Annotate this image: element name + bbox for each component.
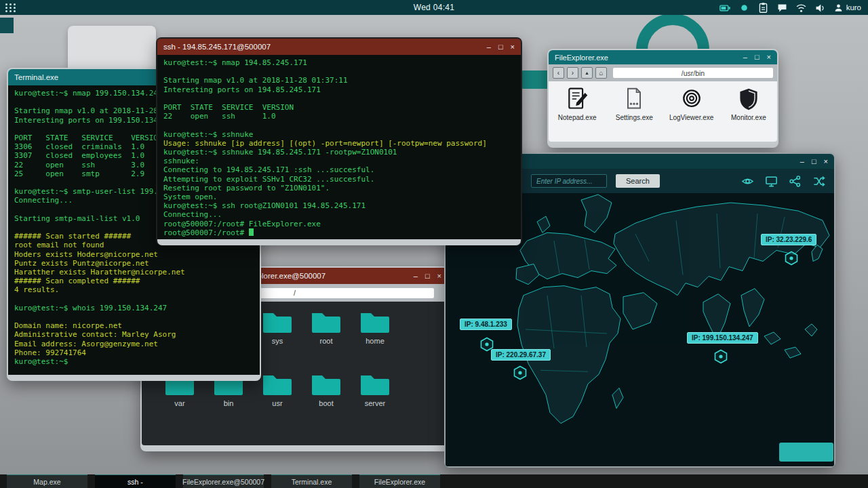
maximize-button[interactable]: □ xyxy=(498,43,503,51)
app-item-settings[interactable]: Settings.exe xyxy=(608,87,660,121)
app-item-monitor[interactable]: Monitor.exe xyxy=(723,87,774,121)
minimize-button[interactable]: – xyxy=(743,54,747,61)
maximize-button[interactable]: □ xyxy=(425,272,430,280)
folder-label: usr xyxy=(272,399,282,407)
terminal-line: kuro@test:~$ xyxy=(14,357,254,366)
status-dot-icon[interactable] xyxy=(738,2,750,14)
terminal-line: PORT STATE SERVICE VERSION xyxy=(163,103,515,112)
minimize-button[interactable]: – xyxy=(800,158,804,165)
map-tools xyxy=(741,175,825,188)
close-button[interactable]: × xyxy=(437,272,441,280)
folder-label: boot xyxy=(319,399,333,407)
terminal-cursor xyxy=(249,228,254,236)
map-ip-label[interactable]: IP: 9.48.1.233 xyxy=(460,319,512,330)
volume-icon[interactable] xyxy=(814,2,826,14)
terminal-line: Administrative contact: Marley Asorg xyxy=(14,330,254,339)
titlebar[interactable]: FileExplorer.exe –□× xyxy=(549,50,777,64)
folder-home[interactable]: home xyxy=(351,310,399,372)
map-ip-label[interactable]: IP: 199.150.134.247 xyxy=(687,332,758,344)
terminal-line: Email address: Asorg@genzyme.net xyxy=(14,340,254,348)
close-button[interactable]: × xyxy=(824,158,828,165)
search-button[interactable]: Search xyxy=(616,174,660,188)
eye-icon[interactable] xyxy=(741,175,754,188)
taskbar-item[interactable]: ssh - xyxy=(95,474,176,488)
terminal-line xyxy=(163,94,515,103)
terminal-line: Starting nmap v1.0 at 2018-11-28 01:37:1… xyxy=(163,76,515,85)
app-label: Notepad.exe xyxy=(558,114,597,121)
taskbar-item[interactable]: FileExplorer.exe xyxy=(359,474,440,488)
folder-root[interactable]: root xyxy=(302,310,351,372)
terminal-output[interactable]: kuro@test:~$ nmap 194.85.245.171 Startin… xyxy=(157,55,521,239)
window-title: FileExplorer.exe xyxy=(555,54,608,62)
maximize-button[interactable]: □ xyxy=(812,158,816,165)
app-label: Settings.exe xyxy=(616,114,653,121)
minimize-button[interactable]: – xyxy=(487,43,491,51)
terminal-line: root@500007:/root# xyxy=(163,228,515,237)
share-icon[interactable] xyxy=(789,175,802,188)
window-controls: –□× xyxy=(800,158,828,165)
taskbar-item[interactable]: Map.exe xyxy=(7,474,87,488)
terminal-line: kuro@test:~$ sshnuke xyxy=(163,130,515,139)
folder-label: home xyxy=(366,337,384,345)
app-label: LogViewer.exe xyxy=(669,114,713,121)
folder-boot[interactable]: boot xyxy=(302,372,351,434)
desktop: FileExplorer.exe@500007 –□× / sysroothom… xyxy=(0,0,868,488)
window-title: Terminal.exe xyxy=(14,73,58,81)
app-item-notepad[interactable]: Notepad.exe xyxy=(551,87,603,121)
forward-button[interactable]: › xyxy=(567,67,578,79)
user-icon xyxy=(833,3,844,13)
terminal-line: sshnuke: xyxy=(163,157,515,165)
chat-icon[interactable] xyxy=(776,2,788,14)
terminal-line xyxy=(163,121,515,129)
map-overview-button[interactable] xyxy=(779,443,833,462)
username: kuro xyxy=(846,3,861,12)
window-file-explorer-local: FileExplorer.exe –□× ‹ › ▲ ⌂ /usr/bin No… xyxy=(547,49,778,148)
back-button[interactable]: ‹ xyxy=(553,67,564,79)
folder-icon xyxy=(311,372,342,396)
map-node-icon[interactable] xyxy=(713,349,728,364)
minimize-button[interactable]: – xyxy=(414,272,418,280)
folder-label: server xyxy=(365,399,386,407)
terminal-line xyxy=(163,67,515,76)
map-node-icon[interactable] xyxy=(784,251,799,266)
clipboard-icon[interactable] xyxy=(757,2,769,14)
background-window-fragment xyxy=(0,18,14,33)
user-menu[interactable]: kuro xyxy=(833,3,861,13)
up-button[interactable]: ▲ xyxy=(581,67,593,79)
taskbar-item[interactable]: FileExplorer.exe@500007 xyxy=(183,474,264,488)
map-ip-label[interactable]: IP: 220.29.67.37 xyxy=(491,349,551,361)
home-button[interactable]: ⌂ xyxy=(595,67,607,79)
maximize-button[interactable]: □ xyxy=(755,54,760,61)
remote-desktop-icon[interactable] xyxy=(765,175,778,188)
taskbar-item[interactable]: Terminal.exe xyxy=(271,474,352,488)
window-controls: –□× xyxy=(487,43,515,51)
folder-server[interactable]: server xyxy=(351,372,399,434)
shuffle-icon[interactable] xyxy=(812,175,825,188)
terminal-line: Haratther exists Haratther@nicorpe.net xyxy=(14,268,254,277)
terminal-line: Hoders exists Hoders@nicorpe.net xyxy=(14,250,254,259)
map-node-icon[interactable] xyxy=(513,365,528,380)
close-button[interactable]: × xyxy=(767,54,771,61)
terminal-line: Attempting to exploit SSHv1 CRC32 ...suc… xyxy=(163,175,515,184)
window-controls: –□× xyxy=(743,54,771,61)
terminal-line: kuro@test:~$ sshnuke 194.85.245.171 -roo… xyxy=(163,148,515,157)
battery-icon[interactable] xyxy=(719,2,731,14)
map-ip-label[interactable]: IP: 32.23.229.6 xyxy=(761,234,816,245)
app-item-logviewer[interactable]: LogViewer.exe xyxy=(666,87,717,121)
terminal-line: kuro@test:~$ ssh root@Z1ON0101 194.85.24… xyxy=(163,201,515,210)
folder-var[interactable]: var xyxy=(155,372,204,434)
ip-search-input[interactable] xyxy=(531,174,607,188)
folder-label: bin xyxy=(224,399,234,407)
terminal-line: kuro@test:~$ whois 199.150.134.247 xyxy=(14,304,254,312)
path-field[interactable]: /usr/bin xyxy=(613,68,773,78)
folder-bin[interactable]: bin xyxy=(204,372,253,434)
terminal-line: Connecting to 194.85.245.171 :ssh ...suc… xyxy=(163,165,515,174)
wifi-icon[interactable] xyxy=(795,2,807,14)
close-button[interactable]: × xyxy=(511,43,515,51)
folder-label: var xyxy=(174,399,184,407)
titlebar[interactable]: ssh - 194.85.245.171@500007 –□× xyxy=(157,39,521,55)
logviewer-icon xyxy=(679,87,704,111)
notepad-icon xyxy=(565,87,589,111)
system-tray: kuro xyxy=(719,2,861,14)
folder-usr[interactable]: usr xyxy=(253,372,302,434)
